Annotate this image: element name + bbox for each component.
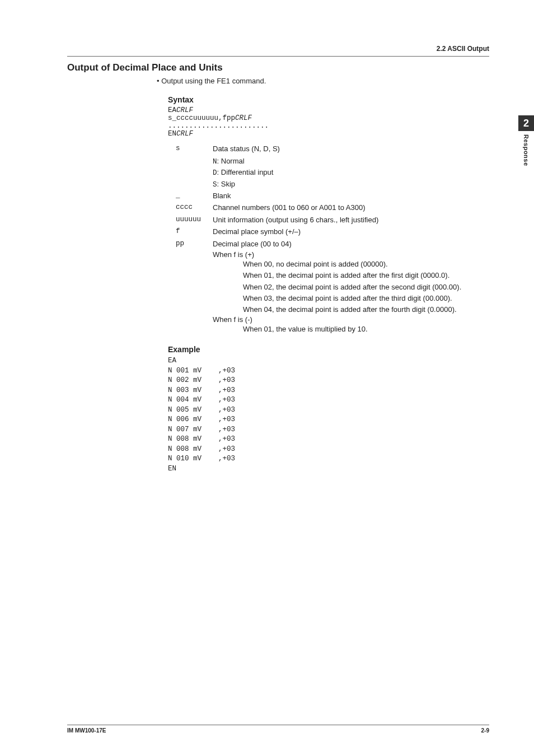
def-row: uuuuuuUnit information (output using 6 c… bbox=[176, 214, 489, 226]
when-item: When 03, the decimal point is added afte… bbox=[243, 293, 489, 304]
def-symbol: cccc bbox=[176, 202, 213, 213]
header-rule bbox=[67, 56, 489, 57]
def-row: s Data status (N, D, S) bbox=[176, 143, 489, 155]
syntax-heading: Syntax bbox=[168, 95, 489, 104]
def-text: Channel numbers (001 to 060 or A001 to A… bbox=[213, 202, 489, 213]
syntax-line: ........................ bbox=[168, 122, 489, 130]
def-row: ppDecimal place (00 to 04) bbox=[176, 239, 489, 250]
def-text: Unit information (output using 6 chars.,… bbox=[213, 214, 489, 226]
syntax-line: ENCRLF bbox=[168, 130, 489, 138]
page-title: Output of Decimal Place and Units bbox=[67, 62, 489, 73]
section-header: 2.2 ASCII Output bbox=[67, 45, 489, 53]
def-text: Decimal place (00 to 04) bbox=[213, 239, 489, 250]
def-row: ccccChannel numbers (001 to 060 or A001 … bbox=[176, 202, 489, 213]
def-row: fDecimal place symbol (+/–) bbox=[176, 226, 489, 237]
when-item: When 01, the decimal point is added afte… bbox=[243, 270, 489, 281]
def-symbol: uuuuuu bbox=[176, 214, 213, 225]
chapter-number: 2 bbox=[518, 115, 534, 131]
when-minus-header: When f is (-) bbox=[213, 315, 489, 324]
bullet-note: Output using the FE1 command. bbox=[157, 77, 489, 85]
when-plus-header: When f is (+) bbox=[213, 250, 489, 259]
footer-right: 2-9 bbox=[481, 727, 489, 734]
when-item: When 02, the decimal point is added afte… bbox=[243, 282, 489, 293]
when-item: When 00, no decimal point is added (0000… bbox=[243, 259, 489, 270]
def-row: _Blank bbox=[176, 190, 489, 202]
syntax-line: s_ccccuuuuuu,fppCRLF bbox=[168, 114, 489, 122]
syntax-line: EACRLF bbox=[168, 106, 489, 114]
status-item: S: Skip bbox=[213, 179, 489, 190]
chapter-label: Response bbox=[523, 134, 530, 166]
def-symbol: _ bbox=[176, 190, 213, 201]
example-heading: Example bbox=[168, 345, 489, 354]
chapter-tab: 2 Response bbox=[518, 115, 534, 166]
status-item: D: Differential input bbox=[213, 167, 489, 179]
def-text: Decimal place symbol (+/–) bbox=[213, 226, 489, 237]
def-text: Blank bbox=[213, 190, 489, 202]
status-item: N: Normal bbox=[213, 156, 489, 167]
footer-left: IM MW100-17E bbox=[67, 727, 106, 734]
when-item: When 01, the value is multiplied by 10. bbox=[243, 324, 489, 335]
def-symbol: pp bbox=[176, 239, 213, 249]
def-text: Data status (N, D, S) bbox=[213, 143, 489, 155]
def-symbol: f bbox=[176, 226, 213, 237]
example-output: EA N 001 mV ,+03 N 002 mV ,+03 N 003 mV … bbox=[168, 356, 489, 474]
def-symbol: s bbox=[176, 143, 213, 154]
when-item: When 04, the decimal point is added afte… bbox=[243, 304, 489, 315]
